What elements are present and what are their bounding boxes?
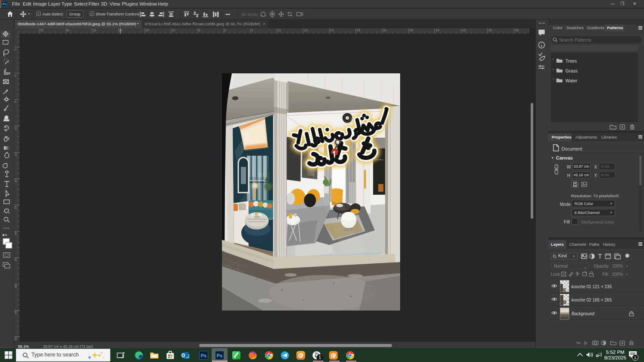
svg-text:fx: fx [584,340,587,345]
